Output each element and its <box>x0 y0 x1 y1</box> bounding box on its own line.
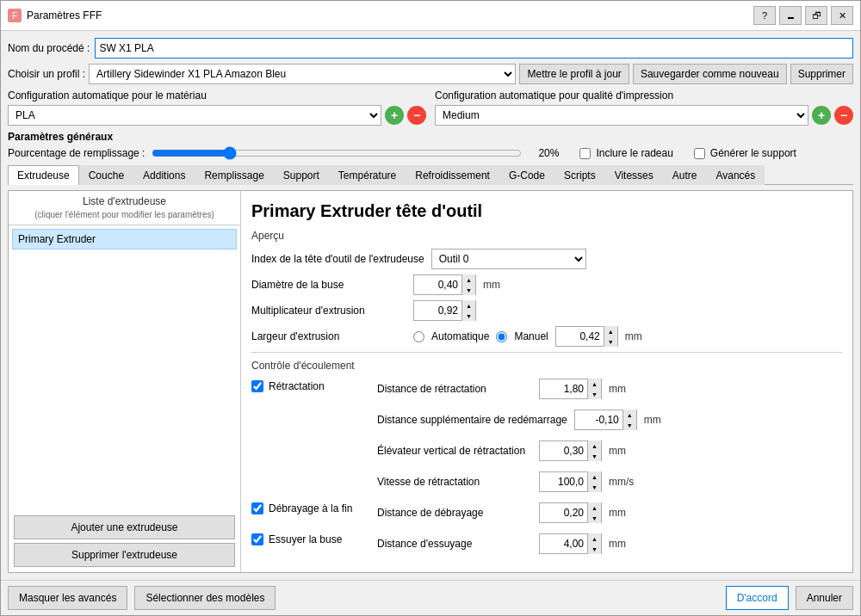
distance-supp-row: Distance supplémentaire de redémarrage ▲… <box>377 410 842 430</box>
distance-supp-down[interactable]: ▼ <box>623 420 636 430</box>
add-materiau-btn[interactable]: + <box>385 106 404 125</box>
multiplicateur-input[interactable] <box>414 301 461 320</box>
tab-support[interactable]: Support <box>274 165 329 185</box>
elevateur-down[interactable]: ▼ <box>587 451 601 461</box>
config-row: Configuration automatique pour le matéri… <box>8 89 853 126</box>
elevateur-row: Élévateur vertical de rétractation ▲ ▼ m… <box>377 440 842 461</box>
multiplicateur-row: Multiplicateur d'extrusion ▲ ▼ <box>251 300 842 321</box>
remplissage-label: Pourcentage de remplissage : <box>8 147 145 159</box>
largeur-label: Largeur d'extrusion <box>251 330 406 342</box>
largeur-unit: mm <box>625 330 642 342</box>
help-button[interactable]: ? <box>753 6 776 25</box>
tab-vitesses[interactable]: Vitesses <box>605 165 663 185</box>
detail-title: Primary Extruder tête d'outil <box>251 201 842 221</box>
distance-supp-input[interactable] <box>575 410 623 429</box>
largeur-up-btn[interactable]: ▲ <box>604 326 617 336</box>
distance-debrayage-spin-btns: ▲ ▼ <box>587 502 601 523</box>
largeur-row: Largeur d'extrusion Automatique Manuel ▲… <box>251 326 842 347</box>
remove-materiau-btn[interactable]: − <box>407 106 426 125</box>
add-impression-btn[interactable]: + <box>812 106 831 125</box>
multiplicateur-up-btn[interactable]: ▲ <box>461 300 475 311</box>
largeur-input[interactable] <box>556 327 604 346</box>
distance-supp-spinner: ▲ ▼ <box>574 410 637 430</box>
tab-scripts[interactable]: Scripts <box>554 165 605 185</box>
footer: Masquer les avancés Sélectionner des mod… <box>1 580 860 615</box>
largeur-spinner: ▲ ▼ <box>555 326 618 347</box>
distance-retractation-input[interactable] <box>540 379 587 398</box>
elevateur-up[interactable]: ▲ <box>587 440 601 451</box>
footer-left: Masquer les avancés Sélectionner des mod… <box>8 586 276 610</box>
tab-remplissage[interactable]: Remplissage <box>195 165 273 185</box>
annuler-btn[interactable]: Annuler <box>796 586 853 610</box>
largeur-down-btn[interactable]: ▼ <box>604 336 617 347</box>
close-button[interactable]: ✕ <box>831 6 853 25</box>
distance-supp-spin-btns: ▲ ▼ <box>623 410 636 430</box>
vitesse-retractation-up[interactable]: ▲ <box>587 471 601 482</box>
update-profil-btn[interactable]: Mettre le profil à jour <box>519 64 629 84</box>
tab-additions[interactable]: Additions <box>133 165 195 185</box>
essuyer-label: Essuyer la buse <box>269 533 342 545</box>
config-materiau-select[interactable]: PLA <box>8 105 381 126</box>
window-title: Paramètres FFF <box>27 9 748 22</box>
debrayage-check-row: Débrayage à la fin <box>251 502 363 514</box>
profil-label: Choisir un profil : <box>8 68 85 80</box>
ok-btn[interactable]: D'accord <box>726 586 789 610</box>
distance-essuyage-down[interactable]: ▼ <box>587 544 601 554</box>
distance-debrayage-unit: mm <box>609 507 626 519</box>
diametre-up-btn[interactable]: ▲ <box>461 274 475 285</box>
tab-extrudeuse[interactable]: Extrudeuse <box>8 165 79 185</box>
titlebar: F Paramètres FFF ? 🗕 🗗 ✕ <box>1 1 860 31</box>
nom-procede-input[interactable] <box>95 38 853 59</box>
vitesse-retractation-down[interactable]: ▼ <box>587 482 601 492</box>
distance-essuyage-up[interactable]: ▲ <box>587 533 601 544</box>
diametre-input[interactable] <box>414 275 461 294</box>
distance-essuyage-input[interactable] <box>540 534 587 553</box>
distance-retractation-down[interactable]: ▼ <box>587 389 601 399</box>
config-impression-select[interactable]: Medium <box>435 105 808 126</box>
save-profil-btn[interactable]: Sauvegarder comme nouveau <box>633 64 787 84</box>
tab-couche[interactable]: Couche <box>79 165 133 185</box>
tab-avances[interactable]: Avancés <box>706 165 765 185</box>
tab-gcode[interactable]: G-Code <box>499 165 554 185</box>
elevateur-input[interactable] <box>540 441 587 460</box>
list-item[interactable]: Primary Extruder <box>12 229 237 249</box>
generer-support-row: Générer le support <box>694 147 796 159</box>
distance-supp-up[interactable]: ▲ <box>623 410 636 420</box>
essuyer-check-row: Essuyer la buse <box>251 533 363 545</box>
retractation-checkbox[interactable] <box>251 380 263 392</box>
essuyer-checkbox[interactable] <box>251 533 263 545</box>
masquer-avances-btn[interactable]: Masquer les avancés <box>8 586 127 610</box>
add-extruder-btn[interactable]: Ajouter une extrudeuse <box>14 515 235 539</box>
config-materiau-label: Configuration automatique pour le matéri… <box>8 89 426 102</box>
maximize-button[interactable]: 🗗 <box>805 6 827 25</box>
diametre-down-btn[interactable]: ▼ <box>461 285 475 295</box>
distance-retractation-up[interactable]: ▲ <box>587 379 601 389</box>
distance-supp-label: Distance supplémentaire de redémarrage <box>377 414 567 426</box>
tab-refroidissement[interactable]: Refroidissement <box>406 165 499 185</box>
distance-debrayage-up[interactable]: ▲ <box>587 502 601 513</box>
remove-extruder-btn[interactable]: Supprimer l'extrudeuse <box>14 543 235 567</box>
debrayage-checkbox[interactable] <box>251 502 263 514</box>
selectionner-modeles-btn[interactable]: Sélectionner des modèles <box>134 586 276 610</box>
distance-debrayage-input[interactable] <box>540 503 587 522</box>
distance-debrayage-down[interactable]: ▼ <box>587 513 601 523</box>
delete-profil-btn[interactable]: Supprimer <box>790 64 853 84</box>
index-row: Index de la tête d'outil de l'extrudeuse… <box>251 249 842 269</box>
multiplicateur-down-btn[interactable]: ▼ <box>461 311 475 321</box>
index-select[interactable]: Outil 0 <box>431 249 586 269</box>
inclure-radeau-checkbox[interactable] <box>579 148 591 159</box>
tab-temperature[interactable]: Température <box>329 165 406 185</box>
profil-select[interactable]: Artillery Sidewinder X1 PLA Amazon Bleu <box>89 64 516 84</box>
largeur-manuel-radio[interactable] <box>496 331 507 342</box>
distance-essuyage-unit: mm <box>609 538 626 550</box>
vitesse-retractation-input[interactable] <box>540 472 587 491</box>
minimize-button[interactable]: 🗕 <box>779 6 802 25</box>
largeur-auto-radio[interactable] <box>413 331 424 342</box>
tab-autre[interactable]: Autre <box>663 165 707 185</box>
remove-impression-btn[interactable]: − <box>834 106 853 125</box>
remplissage-value: 20% <box>529 147 559 159</box>
extruder-list-header-line2: (cliquer l'élément pour modifier les par… <box>12 209 237 221</box>
generer-support-checkbox[interactable] <box>694 148 705 159</box>
remplissage-slider[interactable] <box>152 146 522 160</box>
multiplicateur-spinner: ▲ ▼ <box>413 300 476 321</box>
